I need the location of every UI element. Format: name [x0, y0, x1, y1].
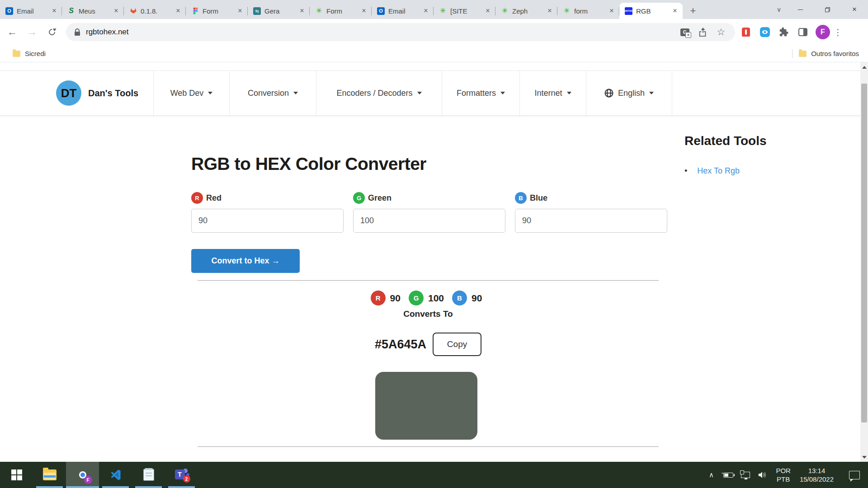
danstools-logo: DT	[56, 80, 81, 106]
taskbar-teams[interactable]: T 2	[165, 462, 198, 488]
start-button[interactable]	[0, 462, 33, 488]
nav-encoders-decoders[interactable]: Encoders / Decoders	[316, 71, 442, 115]
blue-label: Blue	[530, 193, 547, 203]
scroll-down-icon[interactable]	[860, 453, 868, 461]
page-title: RGB to HEX Color Converter	[191, 154, 426, 174]
close-tab-icon[interactable]: ×	[50, 7, 58, 15]
tab-meus[interactable]: S Meus ×	[62, 3, 124, 19]
language-code: POR	[776, 466, 791, 475]
tab-title: form	[574, 7, 608, 15]
clock[interactable]: 13:14 15/08/2022	[795, 466, 838, 483]
bookmark-star-icon[interactable]: ☆	[713, 25, 729, 39]
nav-web-dev[interactable]: Web Dev	[154, 71, 230, 115]
address-bar[interactable]: rgbtohex.net G ☆	[66, 23, 735, 41]
folder-icon	[13, 51, 20, 57]
red-input[interactable]	[191, 209, 344, 233]
translate-icon[interactable]: G	[677, 25, 693, 39]
tab-email-1[interactable]: O Email ×	[0, 3, 62, 19]
scrollbar-thumb[interactable]	[861, 84, 867, 422]
figma-icon	[191, 7, 199, 15]
tab-title: Email	[17, 7, 50, 15]
other-bookmarks-label: Outros favoritos	[811, 50, 859, 57]
converts-to-label: Converts To	[198, 309, 659, 319]
chrome-menu-icon[interactable]: ⋮	[834, 27, 842, 38]
close-tab-icon[interactable]: ×	[546, 7, 554, 15]
taskbar-chrome[interactable]: F	[66, 462, 99, 488]
zephyr-icon: ✳	[439, 7, 447, 15]
taskbar-notepad[interactable]	[132, 462, 165, 488]
extensions-puzzle-icon[interactable]	[776, 24, 792, 40]
nav-conversion[interactable]: Conversion	[230, 71, 316, 115]
lighthouse-extension-icon[interactable]	[738, 24, 754, 40]
windows-taskbar: F T 2 ∧ ⌁ POR PTB	[0, 462, 868, 488]
other-bookmarks[interactable]: Outros favoritos	[799, 50, 859, 57]
close-tab-icon[interactable]: ×	[174, 7, 182, 15]
nav-internet[interactable]: Internet	[520, 71, 586, 115]
chevron-down-icon	[293, 92, 298, 94]
tab-gitlab[interactable]: 0.1.8. ×	[124, 3, 186, 19]
action-center-icon[interactable]	[849, 471, 860, 479]
volume-icon[interactable]	[754, 471, 771, 479]
close-tab-icon[interactable]: ×	[360, 7, 368, 15]
browser-tab-strip: O Email × S Meus × 0.1.8. × Form × S) Ge…	[0, 0, 868, 19]
sicredi-icon: S	[67, 7, 75, 15]
color-swatch	[375, 372, 477, 440]
close-tab-icon[interactable]: ×	[112, 7, 120, 15]
blue-badge: B	[515, 192, 527, 204]
windows-icon	[11, 469, 22, 480]
chrome-profile-badge: F	[84, 476, 92, 484]
nav-formatters[interactable]: Formatters	[442, 71, 520, 115]
tab-email-2[interactable]: O Email ×	[372, 3, 434, 19]
taskbar-vscode[interactable]	[99, 462, 132, 488]
green-result-value: 100	[428, 293, 444, 304]
side-panel-icon[interactable]	[795, 24, 811, 40]
notepad-icon	[143, 469, 154, 481]
close-tab-icon[interactable]: ×	[298, 7, 306, 15]
tab-site[interactable]: ✳ [SITE ×	[434, 3, 495, 19]
forward-icon[interactable]: →	[24, 24, 40, 40]
system-tray: ∧ ⌁ POR PTB 13:14 15/08/2022	[703, 462, 868, 488]
share-icon[interactable]	[695, 25, 711, 39]
close-tab-icon[interactable]: ×	[236, 7, 244, 15]
back-icon[interactable]: ←	[5, 24, 20, 40]
close-window-button[interactable]: ×	[841, 0, 868, 19]
copy-button[interactable]: Copy	[433, 333, 481, 356]
scroll-up-icon[interactable]	[860, 63, 868, 71]
profile-avatar[interactable]: F	[816, 25, 830, 39]
minimize-button[interactable]	[787, 0, 814, 19]
battery-icon[interactable]: ⌁	[720, 473, 737, 478]
tab-search-icon[interactable]: ∨	[771, 2, 787, 17]
taskbar-file-explorer[interactable]	[33, 462, 66, 488]
close-tab-icon[interactable]: ×	[484, 7, 492, 15]
tab-title: RGB	[636, 7, 671, 15]
tab-form-zephyr[interactable]: ✳ Form ×	[310, 3, 372, 19]
convert-to-hex-button[interactable]: Convert to Hex →	[191, 249, 300, 273]
page-scrollbar[interactable]	[860, 62, 868, 462]
tab-gerador[interactable]: S) Gera ×	[248, 3, 310, 19]
green-input[interactable]	[353, 209, 505, 233]
red-field: R Red	[191, 192, 344, 233]
red-result-badge: R	[371, 291, 386, 305]
bookmarks-divider	[792, 49, 793, 58]
blue-input[interactable]	[515, 209, 667, 233]
network-icon[interactable]	[737, 472, 754, 478]
reload-icon[interactable]	[44, 24, 60, 40]
eye-extension-icon[interactable]	[757, 24, 773, 40]
tab-rgb-active[interactable]: DANSTOOLS RGB ×	[619, 3, 683, 19]
bookmark-folder-sicredi[interactable]: Sicredi	[13, 50, 46, 57]
zephyr-icon: ✳	[315, 7, 323, 15]
blue-result-value: 90	[472, 293, 482, 304]
tab-figma[interactable]: Form ×	[186, 3, 248, 19]
tab-zephyr[interactable]: ✳ Zeph ×	[495, 3, 557, 19]
restore-button[interactable]	[814, 0, 841, 19]
close-tab-icon[interactable]: ×	[608, 7, 616, 15]
new-tab-button[interactable]: +	[686, 4, 700, 18]
close-tab-icon[interactable]: ×	[422, 7, 430, 15]
tab-formu[interactable]: ✳ form ×	[557, 3, 619, 19]
hex-to-rgb-link[interactable]: Hex To Rgb	[697, 166, 740, 176]
keyboard-language-indicator[interactable]: POR PTB	[771, 466, 795, 483]
site-brand[interactable]: DT Dan's Tools	[0, 71, 154, 115]
tray-chevron-up-icon[interactable]: ∧	[703, 471, 720, 479]
nav-language[interactable]: English	[586, 71, 672, 115]
close-tab-icon[interactable]: ×	[671, 7, 679, 15]
